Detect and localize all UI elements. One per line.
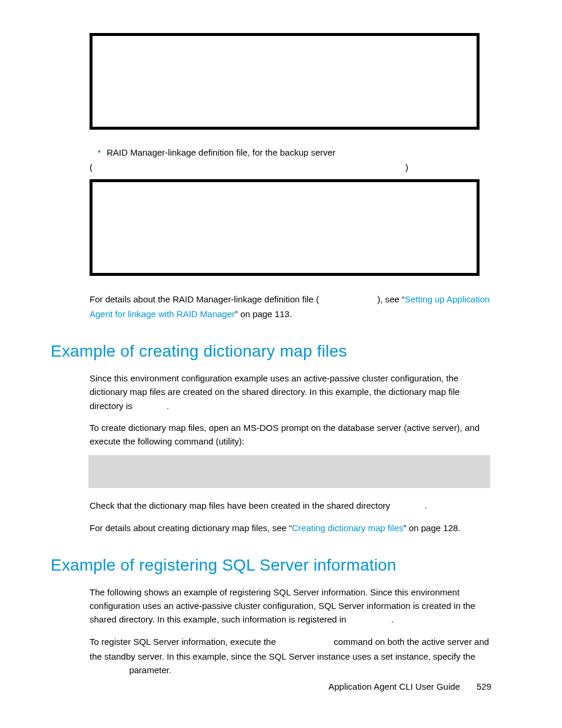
path-backup-default-dat: BKServer C:\Program Files\Hitachi\DRM\co… xyxy=(92,163,405,173)
code-box-drmdbsetup: C:\> set DRM_HOSTNAME=SQL1 C:\> C:\Progr… xyxy=(88,455,490,488)
text-check-dict-b: . xyxy=(424,500,427,510)
text-dict-instruction: To create dictionary map files, open an … xyxy=(90,421,491,449)
text-dict-details-a: For details about creating dictionary ma… xyxy=(90,523,292,533)
inline-code-drmsqlinit: drmsqlinit xyxy=(278,638,331,648)
text-dict-intro-b: . xyxy=(167,401,169,411)
text-dict-details-b: ” on page 128. xyxy=(404,523,461,533)
inline-code-lptm: L:\PTM xyxy=(135,402,167,412)
text-sql-intro-b: . xyxy=(391,614,394,624)
bullet-icon: • xyxy=(98,146,101,160)
text-raid-details-a: For details about the RAID Manager-linka… xyxy=(90,294,319,304)
heading-registering-sql-server: Example of registering SQL Server inform… xyxy=(51,556,491,575)
inline-code-lmssql: L:\mssql xyxy=(349,615,391,625)
inline-code-default: default xyxy=(90,666,127,676)
text-raid-details-c: ” on page 113. xyxy=(235,309,292,319)
link-creating-dictionary-map-files[interactable]: Creating dictionary map files xyxy=(292,523,404,533)
text-sql-intro-a: The following shows an example of regist… xyxy=(90,587,475,625)
bullet-text-backup-server: RAID Manager-linkage definition file, fo… xyxy=(107,146,336,160)
footer-doc-title: Application Agent CLI User Guide xyxy=(329,681,460,691)
paren-close: ) xyxy=(405,162,408,172)
code-box-raid-dbserver: HORCMINST=horcm0 VENDER=HEWLETT-PACKARD … xyxy=(90,33,480,130)
heading-creating-dictionary-map-files: Example of creating dictionary map files xyxy=(51,342,491,361)
text-check-dict-a: Check that the dictionary map files have… xyxy=(90,500,392,510)
inline-code-default-dat: DEFAULT.dat xyxy=(319,295,377,305)
footer-page-number: 529 xyxy=(477,681,491,691)
code-box-raid-bkserver: HORCMINST=horcm0 VENDER=HEWLETT-PACKARD … xyxy=(90,179,480,276)
text-sql-register-c: parameter. xyxy=(127,665,171,675)
inline-code-lptm-2: L:\PTM xyxy=(392,502,424,512)
text-raid-details-b: ), see “ xyxy=(377,294,405,304)
text-sql-register-a: To register SQL Server information, exec… xyxy=(90,637,278,647)
